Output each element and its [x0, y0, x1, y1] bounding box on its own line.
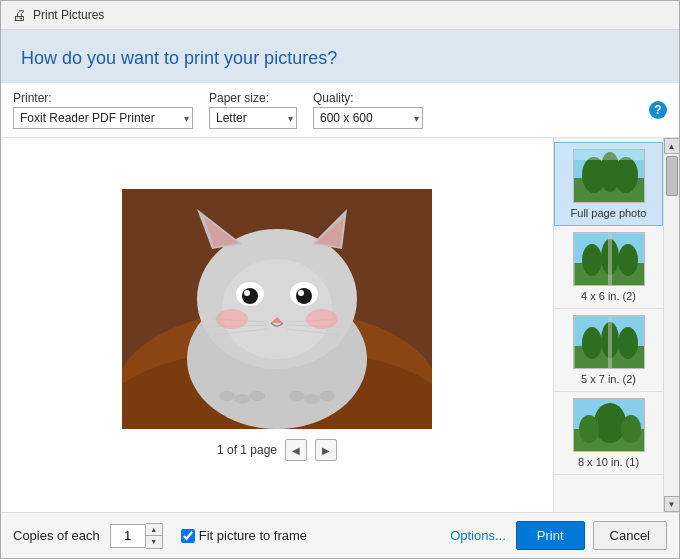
preview-area: 1 of 1 page ◀ ▶	[1, 138, 553, 512]
svg-point-14	[244, 290, 250, 296]
svg-point-9	[222, 259, 332, 359]
copies-increment-button[interactable]: ▲	[146, 524, 162, 536]
photo-frame	[122, 189, 432, 429]
svg-point-24	[306, 309, 338, 329]
cat-svg	[122, 189, 432, 429]
paper-group: Paper size: Letter A4 Legal	[209, 91, 297, 129]
svg-point-50	[601, 322, 619, 358]
action-buttons: Print Cancel	[516, 521, 667, 550]
copies-label: Copies of each	[13, 528, 100, 543]
svg-point-31	[304, 394, 320, 404]
svg-point-32	[319, 391, 335, 401]
fit-picture-label: Fit picture to frame	[199, 528, 307, 543]
svg-point-23	[216, 309, 248, 329]
svg-point-57	[579, 415, 599, 443]
prev-page-button[interactable]: ◀	[285, 439, 307, 461]
svg-point-49	[582, 327, 602, 359]
quality-select-wrapper: 600 x 600 300 x 300 150 x 150	[313, 107, 423, 129]
thumb-img-8x10	[573, 398, 645, 452]
thumbnails-section: Full page photo	[553, 138, 679, 512]
svg-point-12	[242, 288, 258, 304]
svg-point-51	[618, 327, 638, 359]
svg-point-42	[582, 244, 602, 276]
fit-picture-group: Fit picture to frame	[181, 528, 307, 543]
svg-point-28	[234, 394, 250, 404]
svg-point-44	[618, 244, 638, 276]
window-title: Print Pictures	[33, 8, 104, 22]
thumb-img-full	[573, 149, 645, 203]
thumbnail-4x6[interactable]: 4 x 6 in. (2)	[554, 226, 663, 309]
scrollbar: ▲ ▼	[663, 138, 679, 512]
thumb-label-4x6: 4 x 6 in. (2)	[581, 290, 636, 302]
page-nav: 1 of 1 page ◀ ▶	[217, 439, 337, 461]
svg-point-27	[219, 391, 235, 401]
thumbnail-8x10[interactable]: 8 x 10 in. (1)	[554, 392, 663, 475]
thumbnails-sidebar: Full page photo	[553, 138, 663, 512]
thumbnail-5x7[interactable]: 5 x 7 in. (2)	[554, 309, 663, 392]
spinner-buttons: ▲ ▼	[146, 523, 163, 549]
thumb-label-8x10: 8 x 10 in. (1)	[578, 456, 639, 468]
svg-point-38	[614, 157, 638, 193]
copies-input[interactable]	[110, 524, 146, 548]
svg-point-30	[289, 391, 305, 401]
scroll-thumb[interactable]	[666, 156, 678, 196]
cancel-button[interactable]: Cancel	[593, 521, 667, 550]
paper-select[interactable]: Letter A4 Legal	[209, 107, 297, 129]
svg-point-29	[249, 391, 265, 401]
header-question: How do you want to print your pictures?	[21, 48, 659, 69]
svg-rect-39	[574, 150, 645, 160]
svg-point-13	[296, 288, 312, 304]
printer-label: Printer:	[13, 91, 193, 105]
bottom-bar: Copies of each ▲ ▼ Fit picture to frame …	[1, 512, 679, 558]
printer-group: Printer: Foxit Reader PDF Printer	[13, 91, 193, 129]
options-link[interactable]: Options...	[450, 528, 506, 543]
thumb-img-4x6	[573, 232, 645, 286]
fit-picture-checkbox[interactable]	[181, 529, 195, 543]
printer-select[interactable]: Foxit Reader PDF Printer	[13, 107, 193, 129]
title-bar: 🖨 Print Pictures	[1, 1, 679, 30]
print-pictures-window: 🖨 Print Pictures How do you want to prin…	[0, 0, 680, 559]
svg-point-58	[621, 415, 641, 443]
printer-select-wrapper: Foxit Reader PDF Printer	[13, 107, 193, 129]
svg-point-43	[601, 239, 619, 275]
printer-icon: 🖨	[11, 7, 27, 23]
scroll-up-button[interactable]: ▲	[664, 138, 680, 154]
thumbnail-full-page[interactable]: Full page photo	[554, 142, 663, 226]
help-icon[interactable]: ?	[649, 101, 667, 119]
copies-spinner: ▲ ▼	[110, 523, 163, 549]
copies-decrement-button[interactable]: ▼	[146, 536, 162, 548]
page-info: 1 of 1 page	[217, 443, 277, 457]
controls-row: Printer: Foxit Reader PDF Printer Paper …	[1, 83, 679, 138]
svg-point-56	[594, 403, 626, 443]
quality-group: Quality: 600 x 600 300 x 300 150 x 150	[313, 91, 423, 129]
print-button[interactable]: Print	[516, 521, 585, 550]
svg-point-15	[298, 290, 304, 296]
scroll-down-button[interactable]: ▼	[664, 496, 680, 512]
quality-label: Quality:	[313, 91, 423, 105]
next-page-button[interactable]: ▶	[315, 439, 337, 461]
header-section: How do you want to print your pictures?	[1, 30, 679, 83]
paper-label: Paper size:	[209, 91, 297, 105]
paper-select-wrapper: Letter A4 Legal	[209, 107, 297, 129]
main-content: 1 of 1 page ◀ ▶	[1, 138, 679, 512]
quality-select[interactable]: 600 x 600 300 x 300 150 x 150	[313, 107, 423, 129]
thumb-label-full: Full page photo	[571, 207, 647, 219]
thumb-label-5x7: 5 x 7 in. (2)	[581, 373, 636, 385]
thumb-img-5x7	[573, 315, 645, 369]
